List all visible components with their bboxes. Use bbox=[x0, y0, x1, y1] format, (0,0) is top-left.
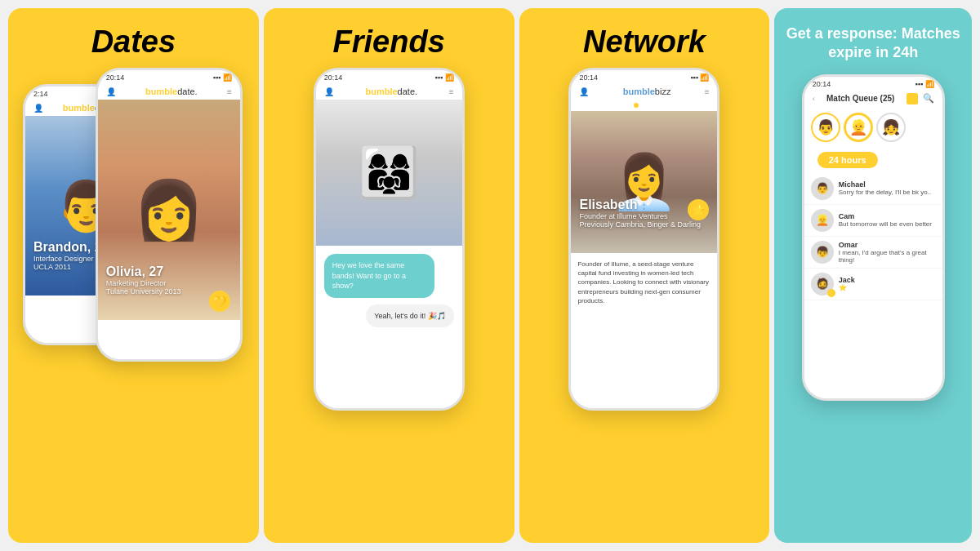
avatar-icon-back: 👤 bbox=[33, 104, 43, 113]
network-profile-info: Elisabeth Founder at Illume Ventures Pre… bbox=[579, 198, 701, 229]
network-panel: Network 20:14 ▪▪▪ 📶 👤 bumblebizz ≡ bbox=[519, 8, 770, 543]
network-app-header: 👤 bumblebizz ≡ bbox=[571, 83, 717, 100]
response-title: Get a response: Matches expire in 24h bbox=[782, 24, 964, 63]
dates-phone-wrapper: 2:14 ▪▪▪ 👤 bumbledate. ≡ 👨 bbox=[16, 68, 251, 527]
friends-logo: bumbledate. bbox=[365, 87, 417, 96]
main-photo: 👩 Olivia, 27 Marketing Director Tulane U… bbox=[98, 100, 240, 320]
msg-name-1: Cam bbox=[839, 212, 932, 220]
main-detail1: Marketing Director bbox=[106, 279, 181, 287]
msg-text-1: But tomorrow will be even better bbox=[839, 220, 932, 228]
app-header-main: 👤 bumbledate. ≡ bbox=[98, 83, 240, 100]
response-phone: 20:14 ▪▪▪ 📶 ‹ Match Queue (25) 🔍 bbox=[802, 74, 945, 401]
dates-title: Dates bbox=[91, 24, 176, 60]
message-item-3[interactable]: 🧔 ⭐ Jack ⭐ bbox=[804, 269, 942, 300]
friends-status: 20:14 ▪▪▪ 📶 bbox=[316, 70, 462, 83]
network-dots bbox=[571, 100, 717, 111]
msg-avatar-3: 🧔 ⭐ bbox=[811, 273, 834, 295]
friends-app-header: 👤 bumbledate. ≡ bbox=[316, 83, 462, 100]
network-screen: 20:14 ▪▪▪ 📶 👤 bumblebizz ≡ bbox=[571, 70, 717, 408]
friends-bubble1: Hey we love the same bands! Want to go t… bbox=[324, 254, 434, 298]
avatar-3[interactable]: 👧 bbox=[876, 113, 906, 142]
msg-text-2: I mean, I'd argue that's a great thing! bbox=[839, 249, 936, 264]
logo-main: bumbledate. bbox=[145, 87, 198, 96]
network-phone: 20:14 ▪▪▪ 📶 👤 bumblebizz ≡ bbox=[568, 68, 719, 411]
time-back: 2:14 bbox=[33, 90, 48, 98]
friends-title: Friends bbox=[333, 24, 445, 60]
main-profile-info: Olivia, 27 Marketing Director Tulane Uni… bbox=[106, 264, 181, 295]
friends-bubble2: Yeah, let's do it! 🎉🎵 bbox=[366, 304, 453, 328]
status-bar-main: 20:14 ▪▪▪ 📶 bbox=[98, 70, 240, 83]
hours-badge: 24 hours bbox=[817, 152, 878, 168]
heart-badge: 💛 bbox=[209, 291, 230, 312]
match-queue-header: ‹ Match Queue (25) 🔍 bbox=[804, 90, 942, 108]
network-photo: 👩‍💼 Elisabeth Founder at Illume Ventures… bbox=[571, 111, 717, 253]
dates-panel: Dates 2:14 ▪▪▪ 👤 bumbledate. ≡ bbox=[8, 8, 259, 543]
avatar-icon-main: 👤 bbox=[106, 87, 116, 96]
network-bio: Founder of Illume, a seed-stage venture … bbox=[577, 260, 710, 305]
avatar-2[interactable]: 👱 bbox=[844, 113, 873, 142]
avatar-row: 👨 👱 👧 bbox=[804, 108, 942, 147]
network-detail2: Previously Cambria, Binger & Darling bbox=[579, 220, 701, 229]
filter-icon[interactable] bbox=[906, 93, 918, 104]
response-status: 20:14 ▪▪▪ 📶 bbox=[804, 77, 942, 90]
network-detail1: Founder at Illume Ventures bbox=[579, 212, 701, 220]
msg-avatar-1: 👱 bbox=[811, 209, 834, 232]
network-phone-area: 20:14 ▪▪▪ 📶 👤 bumblebizz ≡ bbox=[528, 68, 762, 527]
msg-name-2: Omar bbox=[839, 241, 936, 249]
msg-avatar-0: 👨 bbox=[811, 177, 834, 200]
match-queue-title: Match Queue (25) bbox=[826, 94, 894, 103]
friends-panel: Friends 20:14 ▪▪▪ 📶 👤 bumbledate. ≡ bbox=[264, 8, 514, 543]
friends-avatar: 👩‍👩‍👧 bbox=[359, 144, 420, 202]
message-item-0[interactable]: 👨 Michael Sorry for the delay, I'll be b… bbox=[804, 173, 942, 205]
person2-avatar: 👩 bbox=[133, 176, 204, 243]
response-panel: Get a response: Matches expire in 24h 20… bbox=[774, 8, 972, 543]
friends-screen: 20:14 ▪▪▪ 📶 👤 bumbledate. ≡ 👩‍👩‍👧 bbox=[316, 70, 462, 408]
hours-badge-area: 24 hours bbox=[804, 147, 942, 173]
msg-name-3: Jack bbox=[839, 276, 855, 284]
response-phone-area: 20:14 ▪▪▪ 📶 ‹ Match Queue (25) 🔍 bbox=[782, 74, 964, 527]
avatar-1[interactable]: 👨 bbox=[811, 113, 840, 142]
network-logo: bumblebizz bbox=[623, 87, 671, 96]
msg-avatar-2: 👦 bbox=[811, 241, 834, 264]
friends-chat: Hey we love the same bands! Want to go t… bbox=[316, 246, 462, 408]
friends-phone-area: 20:14 ▪▪▪ 📶 👤 bumbledate. ≡ 👩‍👩‍👧 bbox=[272, 68, 506, 527]
message-list: 👨 Michael Sorry for the delay, I'll be b… bbox=[804, 173, 942, 398]
network-bio-area: Founder of Illume, a seed-stage venture … bbox=[571, 253, 717, 408]
network-name: Elisabeth bbox=[579, 198, 701, 212]
network-status: 20:14 ▪▪▪ 📶 bbox=[571, 70, 717, 83]
response-screen: 20:14 ▪▪▪ 📶 ‹ Match Queue (25) 🔍 bbox=[804, 77, 942, 398]
main-name: Olivia, 27 bbox=[106, 264, 181, 279]
friends-photo: 👩‍👩‍👧 bbox=[316, 100, 462, 246]
msg-text-3: ⭐ bbox=[839, 284, 855, 291]
search-icon[interactable]: 🔍 bbox=[923, 93, 934, 104]
dates-phone-main: 20:14 ▪▪▪ 📶 👤 bumbledate. ≡ bbox=[96, 68, 243, 362]
message-item-1[interactable]: 👱 Cam But tomorrow will be even better bbox=[804, 205, 942, 237]
msg-text-0: Sorry for the delay, I'll be bk yo.. bbox=[839, 189, 931, 196]
dates-main-screen: 20:14 ▪▪▪ 📶 👤 bumbledate. ≡ bbox=[98, 70, 240, 359]
network-title: Network bbox=[583, 24, 706, 60]
friends-phone: 20:14 ▪▪▪ 📶 👤 bumbledate. ≡ 👩‍👩‍👧 bbox=[314, 68, 465, 411]
app-container: Dates 2:14 ▪▪▪ 👤 bumbledate. ≡ bbox=[8, 8, 972, 543]
main-detail2: Tulane University 2013 bbox=[106, 287, 181, 295]
status-icons-main: ▪▪▪ 📶 bbox=[213, 73, 232, 82]
message-item-2[interactable]: 👦 Omar I mean, I'd argue that's a great … bbox=[804, 237, 942, 269]
msg-name-0: Michael bbox=[839, 180, 931, 189]
time-main: 20:14 bbox=[106, 73, 125, 82]
